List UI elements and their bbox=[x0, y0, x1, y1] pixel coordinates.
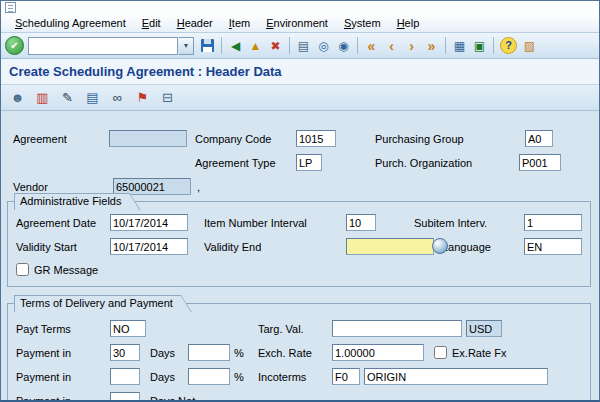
agreement-label: Agreement bbox=[13, 131, 67, 148]
exch-rate-label: Exch. Rate bbox=[258, 345, 312, 362]
item-number-interval-field[interactable] bbox=[346, 214, 376, 231]
system-menu-icon[interactable] bbox=[5, 2, 16, 13]
last-page-button[interactable]: » bbox=[422, 36, 441, 56]
new-session-button[interactable]: ▦ bbox=[450, 36, 469, 56]
find-next-button[interactable]: ◉ bbox=[334, 36, 353, 56]
targ-val-field[interactable] bbox=[332, 320, 462, 337]
payment-in-2-percent-label: % bbox=[234, 369, 244, 386]
create-shortcut-button[interactable]: ▣ bbox=[470, 36, 489, 56]
agreement-date-field[interactable] bbox=[110, 214, 188, 231]
print-button[interactable]: ▤ bbox=[294, 36, 313, 56]
gr-message-checkbox[interactable] bbox=[16, 263, 29, 276]
language-label: Language bbox=[442, 239, 491, 256]
payment-in-1-days-field[interactable] bbox=[110, 344, 140, 361]
toolbar-separator bbox=[445, 37, 446, 54]
terms-of-delivery-group: Terms of Delivery and Payment Payt Terms… bbox=[7, 303, 591, 401]
find-button[interactable]: ◎ bbox=[314, 36, 333, 56]
exch-rate-field[interactable] bbox=[332, 344, 424, 361]
administrative-fields-title: Administrative Fields bbox=[15, 194, 139, 210]
previous-page-button[interactable]: ‹ bbox=[382, 36, 401, 56]
payment-in-3-label: Payment in bbox=[16, 393, 71, 401]
validity-start-field[interactable] bbox=[110, 238, 188, 255]
toolbar-separator bbox=[221, 37, 222, 54]
save-button[interactable] bbox=[198, 36, 217, 56]
vendor-field bbox=[113, 178, 191, 195]
sap-window: Scheduling Agreement Edit Header Item En… bbox=[0, 0, 600, 402]
page-title: Create Scheduling Agreement : Header Dat… bbox=[9, 64, 282, 79]
person-icon[interactable]: ☻ bbox=[7, 88, 28, 108]
menu-help[interactable]: Help bbox=[389, 16, 428, 30]
vendor-suffix: , bbox=[197, 179, 200, 196]
binoculars-icon[interactable]: ∞ bbox=[107, 88, 128, 108]
purchasing-group-field[interactable] bbox=[525, 130, 553, 147]
administrative-fields-group: Administrative Fields Agreement Date Ite… bbox=[7, 201, 591, 287]
layout-menu-button[interactable]: ▧ bbox=[520, 36, 539, 56]
payment-in-2-days-label: Days bbox=[150, 369, 175, 386]
chevron-down-icon[interactable]: ▼ bbox=[179, 37, 194, 55]
payment-in-1-label: Payment in bbox=[16, 345, 71, 362]
payt-terms-field[interactable] bbox=[110, 320, 146, 337]
purch-organization-field[interactable] bbox=[519, 154, 561, 171]
payment-in-1-percent-field[interactable] bbox=[188, 344, 230, 361]
enter-button[interactable]: ✔ bbox=[5, 36, 24, 55]
payment-in-2-label: Payment in bbox=[16, 369, 71, 386]
title-bar: Create Scheduling Agreement : Header Dat… bbox=[1, 59, 599, 85]
payment-in-1-days-label: Days bbox=[150, 345, 175, 362]
header-data-form: Agreement Company Code Purchasing Group … bbox=[1, 111, 599, 401]
menu-item[interactable]: Item bbox=[221, 16, 258, 30]
purch-organization-label: Purch. Organization bbox=[375, 155, 472, 172]
language-field[interactable] bbox=[524, 238, 582, 255]
value-help-icon[interactable] bbox=[432, 238, 448, 254]
incoterms-label: Incoterms bbox=[258, 369, 306, 386]
validity-end-label: Validity End bbox=[204, 239, 261, 256]
menu-scheduling-agreement[interactable]: Scheduling Agreement bbox=[7, 16, 134, 30]
menu-environment[interactable]: Environment bbox=[258, 16, 336, 30]
item-number-interval-label: Item Number Interval bbox=[204, 215, 307, 232]
agreement-field bbox=[109, 130, 187, 147]
incoterms-desc-field[interactable] bbox=[364, 368, 548, 385]
toolbar-separator bbox=[289, 37, 290, 54]
terms-of-delivery-title: Terms of Delivery and Payment bbox=[15, 296, 191, 312]
terms-of-delivery-tab: Terms of Delivery and Payment bbox=[14, 295, 192, 312]
exit-button[interactable]: ▲ bbox=[246, 36, 265, 56]
cancel-button[interactable]: ✖ bbox=[266, 36, 285, 56]
payment-in-1-percent-label: % bbox=[234, 345, 244, 362]
toolbar-separator bbox=[357, 37, 358, 54]
document-icon[interactable]: ▤ bbox=[82, 88, 103, 108]
back-button[interactable]: ◀ bbox=[226, 36, 245, 56]
menu-edit[interactable]: Edit bbox=[134, 16, 169, 30]
toolbar-separator bbox=[493, 37, 494, 54]
payment-in-3-days-field[interactable] bbox=[110, 392, 140, 401]
payt-terms-label: Payt Terms bbox=[16, 321, 71, 338]
payment-in-2-days-field[interactable] bbox=[110, 368, 140, 385]
pencil-icon[interactable]: ✎ bbox=[57, 88, 78, 108]
flag-icon[interactable]: ⚑ bbox=[132, 88, 153, 108]
subitem-interval-field[interactable] bbox=[524, 214, 582, 231]
next-page-button[interactable]: › bbox=[402, 36, 421, 56]
payment-in-3-days-label: Days Net bbox=[150, 393, 195, 401]
ex-rate-fx-checkbox[interactable] bbox=[434, 346, 447, 359]
agreement-date-label: Agreement Date bbox=[16, 215, 96, 232]
table-icon[interactable]: ▥ bbox=[32, 88, 53, 108]
gr-message-label: GR Message bbox=[34, 262, 98, 279]
help-button[interactable]: ? bbox=[500, 37, 517, 54]
menu-header[interactable]: Header bbox=[169, 16, 221, 30]
floppy-icon bbox=[201, 39, 214, 52]
agreement-type-label: Agreement Type bbox=[195, 155, 276, 172]
purchasing-group-label: Purchasing Group bbox=[375, 131, 464, 148]
command-input[interactable] bbox=[28, 37, 178, 55]
agreement-type-field[interactable] bbox=[296, 154, 322, 171]
targ-val-currency-field bbox=[466, 320, 502, 337]
incoterms-code-field[interactable] bbox=[332, 368, 360, 385]
first-page-button[interactable]: « bbox=[362, 36, 381, 56]
printer-icon[interactable]: ⊟ bbox=[157, 88, 178, 108]
targ-val-label: Targ. Val. bbox=[258, 321, 304, 338]
payment-in-2-percent-field[interactable] bbox=[188, 368, 230, 385]
validity-start-label: Validity Start bbox=[16, 239, 77, 256]
company-code-field[interactable] bbox=[296, 130, 336, 147]
subitem-interval-label: Subitem Interv. bbox=[414, 215, 487, 232]
validity-end-field[interactable] bbox=[346, 238, 434, 255]
application-toolbar: ☻ ▥ ✎ ▤ ∞ ⚑ ⊟ bbox=[1, 85, 599, 111]
menu-system[interactable]: System bbox=[336, 16, 389, 30]
standard-toolbar: ✔ ▼ ◀ ▲ ✖ ▤ ◎ ◉ « ‹ › » ▦ ▣ ? ▧ bbox=[1, 33, 599, 59]
